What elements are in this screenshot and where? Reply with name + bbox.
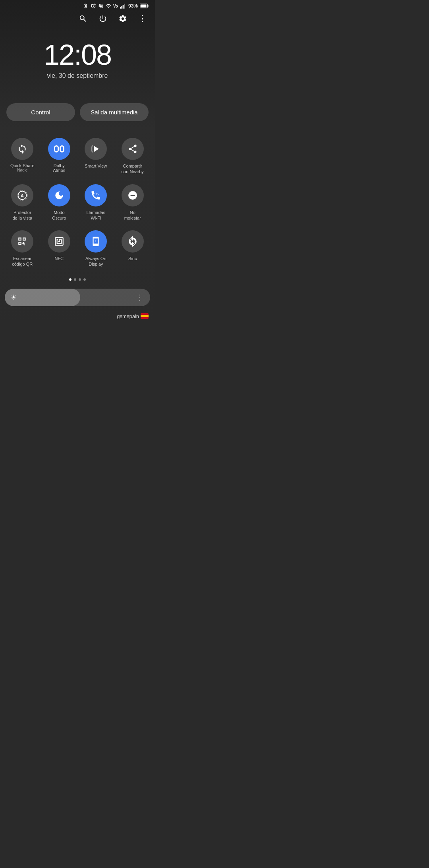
more-icon[interactable]: ⋮: [138, 14, 147, 24]
tile-always-on-display[interactable]: L Always OnDisplay: [77, 225, 114, 271]
tile-dolby-atmos[interactable]: Dolby Atmos: [41, 132, 78, 179]
flag-icon: [141, 313, 149, 319]
page-dots: [0, 274, 155, 287]
modo-oscuro-label: ModoOscuro: [52, 210, 66, 221]
alarm-icon: [91, 3, 96, 9]
brand-label: gsmspain: [117, 313, 139, 319]
brightness-icon: ☀: [10, 293, 17, 302]
bluetooth-icon: [83, 3, 89, 9]
svg-rect-10: [61, 147, 63, 151]
modo-oscuro-icon: [54, 190, 64, 201]
top-toolbar: ⋮: [0, 10, 155, 29]
signal-icon: [120, 3, 126, 9]
nfc-icon-wrap: [48, 230, 70, 253]
svg-rect-5: [148, 5, 149, 7]
search-icon[interactable]: [79, 14, 87, 23]
svg-rect-1: [121, 6, 122, 9]
footer: gsmspain: [0, 311, 155, 322]
compartir-nearby-icon: [128, 144, 138, 154]
no-molestar-label: Nomolestar: [124, 210, 141, 221]
brightness-bar[interactable]: ☀ ⋮: [5, 289, 150, 306]
protector-vista-icon: A: [17, 190, 28, 201]
brightness-bar-wrap: ☀ ⋮: [0, 287, 155, 311]
dot-2: [74, 278, 76, 281]
quick-share-icon-wrap: [11, 138, 33, 160]
llamadas-wifi-icon: [90, 190, 101, 201]
modo-oscuro-icon-wrap: [48, 184, 70, 206]
footer-brand: gsmspain: [117, 313, 149, 319]
mute-icon: [98, 3, 104, 9]
multimedia-button[interactable]: Salida multimedia: [80, 103, 149, 121]
nfc-icon: [54, 236, 64, 247]
tile-llamadas-wifi[interactable]: LlamadasWi-Fi: [77, 179, 114, 225]
escanear-qr-label: Escanearcódigo QR: [12, 256, 33, 267]
always-on-icon-wrap: L: [85, 230, 107, 253]
brightness-more[interactable]: ⋮: [136, 293, 145, 302]
tile-compartir-nearby[interactable]: Compartircon Nearby: [114, 132, 151, 179]
protector-vista-icon-wrap: A: [11, 184, 33, 206]
smart-view-icon-wrap: [85, 138, 107, 160]
quick-share-icon: [17, 144, 27, 154]
control-button[interactable]: Control: [6, 103, 75, 121]
tile-sinc[interactable]: Sinc: [114, 225, 151, 271]
svg-rect-3: [124, 4, 125, 9]
sinc-icon-wrap: [122, 230, 144, 253]
svg-rect-6: [141, 5, 147, 8]
dot-1: [69, 278, 72, 281]
quick-share-label: Quick Share Nadie: [10, 163, 35, 172]
settings-icon[interactable]: [118, 14, 127, 23]
battery-icon: [140, 4, 149, 8]
svg-text:L: L: [95, 239, 97, 243]
dot-4: [83, 278, 86, 281]
dot-3: [79, 278, 81, 281]
escanear-qr-icon-wrap: [11, 230, 33, 253]
status-icons: Vo 93%: [83, 3, 149, 9]
clock-time: 12:08: [8, 41, 147, 69]
smart-view-label: Smart View: [85, 163, 107, 169]
always-on-icon: L: [91, 236, 101, 247]
tile-no-molestar[interactable]: Nomolestar: [114, 179, 151, 225]
escanear-qr-icon: [17, 236, 27, 247]
llamadas-wifi-icon-wrap: [85, 184, 107, 206]
compartir-nearby-icon-wrap: [122, 138, 144, 160]
svg-rect-2: [123, 5, 124, 8]
tiles-grid: Quick Share Nadie Dolby Atmos: [0, 129, 155, 274]
protector-vista-label: Protectorde la vista: [12, 210, 32, 221]
tile-nfc[interactable]: NFC: [41, 225, 78, 271]
clock-date: vie, 30 de septiembre: [8, 72, 147, 79]
dolby-atmos-icon-wrap: [48, 138, 70, 160]
clock-area: 12:08 vie, 30 de septiembre: [0, 29, 155, 103]
tile-modo-oscuro[interactable]: ModoOscuro: [41, 179, 78, 225]
compartir-nearby-label: Compartircon Nearby: [122, 163, 144, 175]
always-on-label: Always OnDisplay: [85, 256, 106, 267]
svg-rect-9: [55, 147, 58, 151]
tile-protector-vista[interactable]: A Protectorde la vista: [4, 179, 41, 225]
nfc-label: NFC: [54, 256, 64, 261]
svg-rect-0: [120, 7, 121, 9]
control-buttons: Control Salida multimedia: [0, 103, 155, 129]
power-icon[interactable]: [99, 14, 107, 23]
no-molestar-icon: [128, 190, 138, 201]
battery-label: 93%: [128, 3, 138, 9]
tile-escanear-qr[interactable]: Escanearcódigo QR: [4, 225, 41, 271]
wifi-icon: [106, 3, 111, 9]
volte-icon: Vo: [113, 4, 118, 8]
no-molestar-icon-wrap: [122, 184, 144, 206]
dolby-atmos-icon: [53, 145, 65, 153]
llamadas-wifi-label: LlamadasWi-Fi: [86, 210, 105, 221]
sinc-icon: [128, 236, 138, 247]
dolby-atmos-label: Dolby Atmos: [53, 163, 65, 173]
smart-view-icon: [91, 144, 101, 154]
status-bar: Vo 93%: [0, 0, 155, 10]
sinc-label: Sinc: [128, 256, 137, 261]
svg-text:A: A: [21, 193, 24, 198]
tile-smart-view[interactable]: Smart View: [77, 132, 114, 179]
tile-quick-share[interactable]: Quick Share Nadie: [4, 132, 41, 179]
